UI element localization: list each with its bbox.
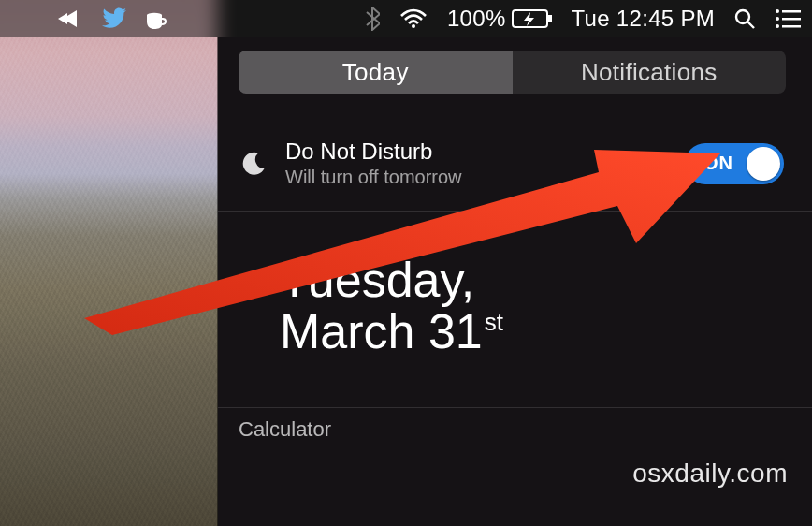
svg-rect-9 <box>782 18 801 21</box>
svg-rect-11 <box>782 25 801 28</box>
svg-rect-3 <box>548 15 552 22</box>
search-icon[interactable] <box>733 0 756 37</box>
date-line-1: Tuesday, <box>280 255 812 306</box>
wifi-icon[interactable] <box>399 0 428 37</box>
twitter-icon[interactable] <box>101 0 127 37</box>
battery-percent: 100% <box>447 6 506 32</box>
do-not-disturb-row: Do Not Disturb Will turn off tomorrow ON <box>218 127 812 212</box>
date-line-2: March 31st <box>280 306 812 358</box>
dnd-subtitle: Will turn off tomorrow <box>285 167 462 188</box>
tab-notifications-label: Notifications <box>581 58 718 87</box>
svg-point-4 <box>736 10 749 23</box>
coffee-icon[interactable] <box>144 0 170 37</box>
desktop-wallpaper <box>0 0 218 526</box>
svg-point-10 <box>776 24 779 28</box>
bluetooth-icon[interactable] <box>365 0 380 37</box>
watermark-text: osxdaily.com <box>632 459 788 489</box>
tab-today-label: Today <box>342 58 409 87</box>
svg-point-8 <box>776 17 779 21</box>
menu-bar: 100% Tue 12:45 PM <box>0 0 812 37</box>
calculator-widget-header[interactable]: Calculator <box>218 408 812 442</box>
date-ordinal-suffix: st <box>485 308 503 336</box>
segmented-control: Today Notifications <box>239 51 786 94</box>
svg-rect-7 <box>782 10 801 13</box>
svg-line-5 <box>747 22 754 28</box>
notification-center-panel: Today Notifications Do Not Disturb Will … <box>218 37 812 526</box>
tab-notifications[interactable]: Notifications <box>513 51 787 94</box>
dnd-toggle[interactable]: ON <box>685 143 784 184</box>
svg-point-1 <box>412 24 415 28</box>
menu-bar-clock[interactable]: Tue 12:45 PM <box>572 6 715 32</box>
today-date: Tuesday, March 31st <box>280 255 812 357</box>
list-icon[interactable] <box>775 0 801 37</box>
svg-point-6 <box>776 9 779 13</box>
battery-charging-icon[interactable] <box>512 0 553 37</box>
svg-point-0 <box>147 13 162 17</box>
dnd-title: Do Not Disturb <box>285 139 462 165</box>
arrows-icon[interactable] <box>56 0 84 37</box>
tab-today[interactable]: Today <box>239 51 513 94</box>
toggle-knob <box>747 147 780 181</box>
moon-icon <box>240 151 267 177</box>
date-line-2-prefix: March 31 <box>280 304 483 358</box>
dnd-toggle-label: ON <box>703 153 733 174</box>
